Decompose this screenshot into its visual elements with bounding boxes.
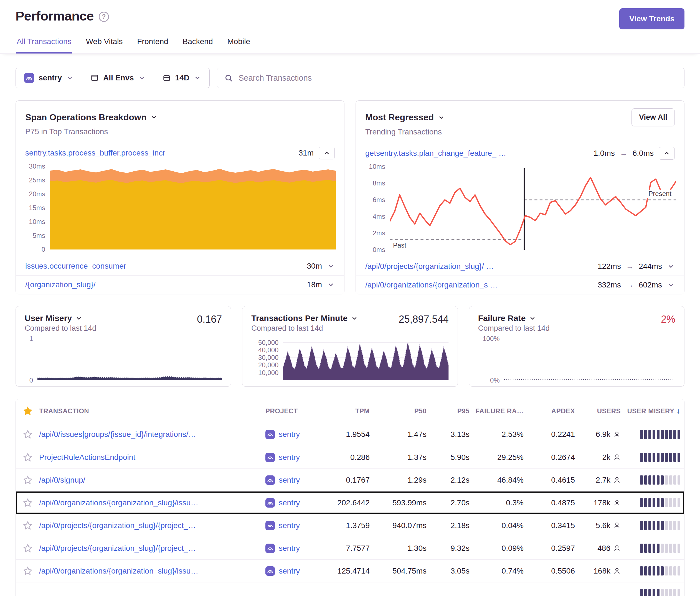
favorite-star-button[interactable]	[23, 453, 32, 462]
column-header[interactable]: P95	[430, 407, 473, 415]
card-title: Failure Rate	[478, 313, 526, 323]
column-header[interactable]: TPM	[322, 407, 374, 415]
user-icon	[613, 454, 621, 461]
favorite-star-button[interactable]	[23, 566, 32, 576]
column-header[interactable]: FAILURE RA…	[473, 407, 527, 415]
regressed-transaction-link[interactable]: /api/0/organizations/{organization_s …	[365, 281, 498, 289]
expand-chevron-icon[interactable]	[667, 281, 675, 289]
user-misery-dropdown[interactable]: User Misery	[25, 313, 96, 323]
transaction-link[interactable]: /api/0/organizations/{organization_slug}…	[39, 498, 257, 507]
expand-chevron-icon[interactable]	[667, 262, 675, 270]
regressed-transaction-link[interactable]: /api/0/projects/{organization_slug}/ …	[365, 262, 494, 271]
transaction-link[interactable]: /api/0/projects/{organization_slug}/{pro…	[39, 544, 257, 553]
project-filter[interactable]: sentry	[16, 68, 82, 88]
failure-rate-cell: 0.04%	[473, 521, 527, 530]
page-title: Performance	[16, 8, 94, 24]
card-title: User Misery	[25, 313, 72, 323]
span-op-item-expanded: sentry.tasks.process_buffer.process_incr…	[16, 141, 344, 164]
view-trends-button[interactable]: View Trends	[619, 8, 684, 29]
plot-area	[50, 166, 336, 250]
p50-cell: 504.75ms	[374, 567, 430, 575]
date-range-filter-label: 14D	[175, 74, 190, 82]
table-row: ProjectRuleActionsEndpointsentry0.2861.3…	[16, 446, 684, 468]
tab-web-vitals[interactable]: Web Vitals	[85, 35, 123, 53]
search-box	[217, 68, 684, 88]
arrow-right-icon: →	[620, 149, 628, 158]
span-ops-dropdown[interactable]: Span Operations Breakdown	[25, 112, 157, 123]
failure-rate-cell: 0.74%	[473, 567, 527, 575]
project-link[interactable]: sentry	[279, 430, 300, 439]
chevron-down-icon	[438, 114, 445, 121]
transaction-link[interactable]: /api/0/projects/{organization_slug}/{pro…	[39, 521, 257, 530]
p50-cell: 593.99ms	[374, 498, 430, 507]
table-row: /api/0/projects/{organization_slug}/{pro…	[16, 514, 684, 537]
project-link[interactable]: sentry	[279, 476, 300, 485]
span-op-link[interactable]: sentry.tasks.process_buffer.process_incr	[25, 149, 165, 157]
column-header[interactable]: APDEX	[527, 407, 579, 415]
apdex-cell: 0.5506	[527, 567, 579, 575]
sentry-project-icon	[266, 498, 275, 508]
transactions-table-body: /api/0/issues|groups/{issue_id}/integrat…	[16, 423, 684, 596]
user-icon	[613, 476, 621, 484]
sentry-project-icon	[266, 566, 275, 576]
p95-cell: 9.32s	[430, 544, 473, 553]
transaction-link[interactable]: /api/0/organizations/{organization_slug}…	[39, 567, 257, 575]
sentry-project-icon	[266, 430, 275, 439]
column-header-user-misery[interactable]: USER MISERY↓	[625, 407, 684, 415]
user-misery-card: User Misery Compared to last 14d 0.167 1…	[16, 306, 231, 387]
span-op-link[interactable]: /{organization_slug}/	[25, 280, 96, 289]
expand-chevron-icon[interactable]	[327, 281, 335, 289]
column-header[interactable]: USERS	[579, 407, 625, 415]
failure-rate-chart: 100%0%	[478, 339, 675, 380]
column-header[interactable]: TRANSACTION	[39, 407, 266, 415]
tab-mobile[interactable]: Mobile	[227, 35, 251, 53]
column-header[interactable]: PROJECT	[266, 407, 322, 415]
collapse-button[interactable]	[659, 147, 675, 160]
project-link[interactable]: sentry	[279, 453, 300, 462]
plot-area: PastPresent	[390, 166, 676, 250]
favorite-star-button[interactable]	[23, 498, 32, 508]
tab-frontend[interactable]: Frontend	[136, 35, 169, 53]
project-link[interactable]: sentry	[279, 544, 300, 553]
transaction-link[interactable]: /api/0/signup/	[39, 476, 257, 485]
table-row: /api/0/signup/sentry0.17671.29s2.12s46.8…	[16, 468, 684, 491]
table-row: /api/0/projects/{organization_slug}/{pro…	[16, 537, 684, 560]
project-link[interactable]: sentry	[279, 521, 300, 530]
regressed-transaction-link[interactable]: getsentry.tasks.plan_change_feature_ …	[365, 149, 506, 158]
failure-rate-dropdown[interactable]: Failure Rate	[478, 313, 550, 323]
column-header[interactable]: P50	[374, 407, 430, 415]
search-input[interactable]	[238, 73, 677, 83]
tab-backend[interactable]: Backend	[182, 35, 214, 53]
transaction-link[interactable]: /api/0/issues|groups/{issue_id}/integrat…	[39, 430, 257, 439]
p95-cell: 2.18s	[430, 521, 473, 530]
p50-cell: 1.37s	[374, 453, 430, 462]
tpm-dropdown[interactable]: Transactions Per Minute	[251, 313, 358, 323]
transactions-table: TRANSACTIONPROJECTTPMP50P95FAILURE RA…AP…	[16, 399, 684, 596]
project-filter-label: sentry	[39, 74, 62, 82]
chevron-down-icon	[66, 74, 74, 81]
help-icon[interactable]: ?	[99, 11, 109, 22]
card-subtitle: Compared to last 14d	[25, 324, 96, 333]
favorite-column-header[interactable]	[16, 406, 39, 416]
environment-filter[interactable]: All Envs	[82, 68, 154, 88]
project-link[interactable]: sentry	[279, 567, 300, 575]
project-link[interactable]: sentry	[279, 498, 300, 507]
favorite-star-button[interactable]	[23, 475, 32, 485]
favorite-star-button[interactable]	[23, 521, 32, 530]
table-row: /api/0/organizations/{organization_slug}…	[16, 491, 684, 514]
user-misery-bars	[625, 498, 684, 507]
tpm-cell: 1.9554	[322, 430, 374, 439]
tab-all-transactions[interactable]: All Transactions	[16, 35, 72, 53]
favorite-star-button[interactable]	[23, 430, 32, 439]
transaction-link[interactable]: ProjectRuleActionsEndpoint	[39, 453, 257, 462]
view-all-button[interactable]: View All	[631, 108, 675, 126]
collapse-button[interactable]	[319, 147, 335, 159]
y-axis-labels: 10	[25, 339, 38, 380]
tpm-cell: 125.4714	[322, 567, 374, 575]
favorite-star-button[interactable]	[23, 544, 32, 553]
failure-rate-card: Failure Rate Compared to last 14d 2% 100…	[469, 306, 684, 387]
span-op-link[interactable]: issues.occurrence_consumer	[25, 262, 126, 270]
expand-chevron-icon[interactable]	[327, 262, 335, 270]
date-range-filter[interactable]: 14D	[154, 68, 209, 88]
most-regressed-dropdown[interactable]: Most Regressed	[365, 112, 445, 123]
